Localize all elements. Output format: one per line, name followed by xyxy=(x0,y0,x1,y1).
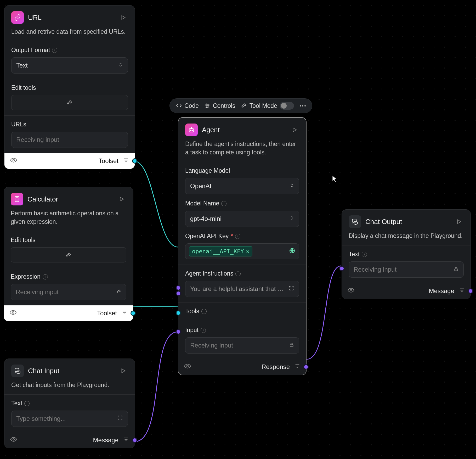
language-model-value: OpenAI xyxy=(190,182,211,190)
node-title: Chat Output xyxy=(365,218,402,226)
info-icon[interactable]: i xyxy=(235,234,240,239)
agent-instructions-field[interactable] xyxy=(190,285,286,293)
model-name-select[interactable]: gpt-4o-mini xyxy=(185,211,299,227)
info-icon[interactable]: i xyxy=(201,309,207,314)
language-model-select[interactable]: OpenAI xyxy=(185,178,299,194)
hammer-icon xyxy=(66,99,73,106)
edit-tools-button[interactable] xyxy=(11,95,128,110)
eye-icon[interactable] xyxy=(348,287,354,295)
code-button[interactable]: Code xyxy=(176,102,199,109)
node-desc: Display a chat message in the Playground… xyxy=(342,232,471,245)
info-icon[interactable]: i xyxy=(24,401,30,406)
link-icon xyxy=(11,11,24,24)
svg-point-28 xyxy=(206,107,207,108)
urls-input-field[interactable] xyxy=(16,136,123,143)
eye-icon[interactable] xyxy=(184,363,191,371)
agent-input-field[interactable] xyxy=(190,342,287,349)
api-key-label: OpenAI API Key xyxy=(185,233,229,240)
output-port-message[interactable] xyxy=(132,438,137,443)
list-filter-icon[interactable] xyxy=(123,157,129,165)
output-port-toolset[interactable] xyxy=(131,311,136,316)
eye-icon[interactable] xyxy=(10,436,17,444)
lock-icon xyxy=(454,266,459,273)
svg-point-43 xyxy=(350,289,352,291)
node-toolbar: Code Controls Tool Mode xyxy=(169,98,312,113)
info-icon[interactable]: i xyxy=(43,274,48,279)
input-port-input[interactable] xyxy=(176,329,181,334)
footer-label: Message xyxy=(93,436,118,444)
sliders-icon xyxy=(205,103,210,109)
run-button[interactable] xyxy=(454,217,464,226)
close-icon[interactable]: ✕ xyxy=(246,248,250,255)
svg-marker-0 xyxy=(122,16,125,20)
expand-icon[interactable] xyxy=(117,415,123,422)
node-title: Calculator xyxy=(27,195,58,203)
input-port-tools[interactable] xyxy=(176,310,181,316)
svg-point-27 xyxy=(208,105,209,106)
list-filter-icon[interactable] xyxy=(294,363,300,371)
info-icon[interactable]: i xyxy=(235,271,241,276)
list-filter-icon[interactable] xyxy=(122,310,127,317)
node-agent[interactable]: Agent Define the agent's instructions, t… xyxy=(178,117,307,375)
svg-rect-29 xyxy=(189,129,194,132)
run-button[interactable] xyxy=(117,194,126,204)
svg-point-31 xyxy=(192,130,193,131)
output-port-response[interactable] xyxy=(303,364,309,370)
info-icon[interactable]: i xyxy=(221,201,226,206)
workflow-canvas[interactable]: URL Load and retrive data from specified… xyxy=(0,0,476,459)
node-desc: Define the agent's instructions, then en… xyxy=(178,140,306,162)
agent-instructions-input[interactable] xyxy=(185,281,299,297)
svg-point-30 xyxy=(190,130,191,131)
info-icon[interactable]: i xyxy=(201,328,206,333)
input-port-text[interactable] xyxy=(339,266,344,271)
input-port-instructions[interactable] xyxy=(176,285,181,290)
text-input[interactable] xyxy=(349,261,464,278)
node-chat-output[interactable]: Chat Output Display a chat message in th… xyxy=(342,209,471,299)
hammer-icon xyxy=(241,103,247,109)
more-button[interactable] xyxy=(300,105,306,107)
expression-input-field[interactable] xyxy=(16,288,114,296)
node-url[interactable]: URL Load and retrive data from specified… xyxy=(4,5,135,169)
footer-label: Response xyxy=(262,363,290,371)
run-button[interactable] xyxy=(118,13,128,22)
list-filter-icon[interactable] xyxy=(459,287,465,295)
output-format-select[interactable]: Text xyxy=(11,57,128,74)
output-port-message[interactable] xyxy=(468,288,473,294)
urls-label: URLs xyxy=(11,121,26,128)
chevron-updown-icon xyxy=(290,182,294,190)
edit-tools-label: Edit tools xyxy=(11,237,36,244)
edit-tools-button[interactable] xyxy=(11,247,126,262)
globe-icon[interactable] xyxy=(289,248,295,255)
eye-icon[interactable] xyxy=(10,157,17,165)
svg-rect-36 xyxy=(290,345,293,347)
run-button[interactable] xyxy=(118,366,128,376)
text-input-field[interactable] xyxy=(16,415,115,422)
expression-input[interactable] xyxy=(11,284,126,300)
output-format-label: Output Format xyxy=(11,47,50,54)
controls-button[interactable]: Controls xyxy=(205,102,235,109)
expand-icon[interactable] xyxy=(288,285,294,293)
text-input-field[interactable] xyxy=(354,266,451,273)
eye-icon[interactable] xyxy=(10,309,16,317)
controls-label: Controls xyxy=(213,102,235,109)
hammer-icon[interactable] xyxy=(116,288,121,296)
tool-mode-switch[interactable] xyxy=(280,102,294,110)
api-key-pill[interactable]: openai__API_KEY ✕ xyxy=(189,246,252,256)
tool-mode-toggle[interactable]: Tool Mode xyxy=(241,102,294,110)
svg-point-19 xyxy=(13,439,15,440)
urls-input[interactable] xyxy=(11,132,128,148)
svg-marker-13 xyxy=(120,197,124,201)
info-icon[interactable]: i xyxy=(52,48,57,53)
output-port-toolset[interactable] xyxy=(132,158,137,164)
bot-icon xyxy=(185,124,198,136)
list-filter-icon[interactable] xyxy=(123,436,129,444)
agent-input[interactable] xyxy=(185,337,299,354)
code-icon xyxy=(176,103,182,109)
api-key-value: openai__API_KEY xyxy=(192,248,244,255)
run-button[interactable] xyxy=(290,125,299,135)
text-input[interactable] xyxy=(11,411,128,427)
info-icon[interactable]: i xyxy=(362,252,367,257)
api-key-input[interactable]: openai__API_KEY ✕ xyxy=(185,243,299,259)
node-calculator[interactable]: Calculator Perform basic arithmetic oper… xyxy=(4,187,133,321)
node-chat-input[interactable]: Chat Input Get chat inputs from the Play… xyxy=(4,359,135,448)
